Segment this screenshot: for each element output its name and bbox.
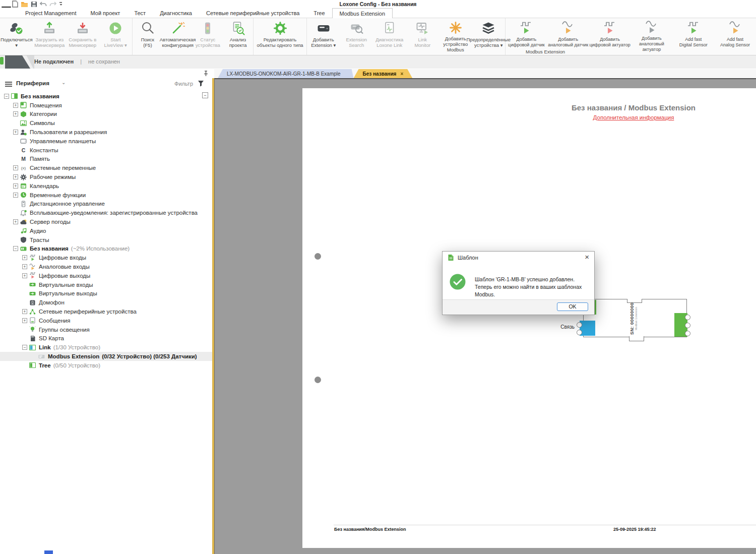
periphery-tree: Без названия Помещения Категории Символы bbox=[0, 92, 212, 370]
tree-item[interactable]: Пользователи и разрешения bbox=[0, 128, 212, 137]
add-analog-actuator-button[interactable]: Добавить аналоговый актуатор bbox=[631, 18, 672, 50]
tree-item[interactable]: Аналоговые входы bbox=[0, 262, 212, 271]
tree-item[interactable]: Аудио bbox=[0, 226, 212, 235]
tree-item[interactable]: Календарь bbox=[0, 181, 212, 191]
tree-item[interactable]: Tree (0/50 Устройство) bbox=[0, 361, 212, 370]
add-digital-actuator-button[interactable]: Добавить цифровой актуатор bbox=[589, 18, 631, 50]
ribbon-group-tools: Поиск (F5)Автоматическая конфигурацияСта… bbox=[133, 18, 254, 55]
search-button[interactable]: Поиск (F5) bbox=[133, 18, 163, 50]
tree-item[interactable]: Домофон bbox=[0, 298, 212, 307]
dialog-close-icon[interactable]: × bbox=[585, 253, 589, 261]
rs485-terminal-block bbox=[674, 313, 687, 337]
document-tab[interactable]: Без названия× bbox=[354, 69, 413, 78]
add-fast-digital-sensor-button[interactable]: Add fast Digital Sensor bbox=[672, 18, 714, 50]
tree-item[interactable]: Временные функции bbox=[0, 191, 212, 200]
close-tab-icon[interactable]: × bbox=[400, 71, 403, 77]
menu-tab[interactable]: Project Management bbox=[18, 8, 84, 18]
loxone-link-diagnostics-button[interactable]: Диагностика Loxone Link bbox=[373, 18, 406, 50]
calendar-icon bbox=[20, 182, 27, 189]
device-status-button[interactable]: Статус устройства bbox=[193, 18, 223, 50]
tree-item[interactable]: Виртуальные выходы bbox=[0, 289, 212, 298]
additional-info-link[interactable]: Дополнительная информация bbox=[593, 114, 674, 120]
tree-item[interactable]: Символы bbox=[0, 118, 212, 128]
connect-button[interactable]: Подключиться ▾ bbox=[0, 18, 33, 50]
panel-menu-icon[interactable] bbox=[5, 81, 12, 88]
expander-icon[interactable] bbox=[13, 130, 18, 135]
tree-item[interactable]: Рабочие режимы bbox=[0, 172, 212, 181]
page-footer-left: Без названия/Modbus Extension bbox=[334, 527, 406, 532]
menu-tab[interactable]: Диагностика bbox=[153, 8, 199, 18]
expander-icon[interactable] bbox=[22, 345, 27, 350]
menu-tab[interactable]: Сетевые периферийные устройства bbox=[199, 8, 306, 18]
expander-icon[interactable] bbox=[22, 264, 27, 269]
project-analysis-button[interactable]: Анализ проекта bbox=[223, 18, 253, 50]
predefined-devices-button[interactable]: Предопределённые устройства ▾ bbox=[472, 18, 506, 50]
expander-icon[interactable] bbox=[22, 273, 27, 278]
tree-item[interactable]: Цифровые выходы bbox=[0, 271, 212, 280]
tree-item[interactable]: M Память bbox=[0, 155, 212, 164]
expander-icon[interactable] bbox=[13, 103, 18, 108]
tree-item[interactable]: Без названия bbox=[0, 92, 212, 101]
expander-icon[interactable] bbox=[13, 219, 18, 224]
ok-button[interactable]: OK bbox=[557, 302, 588, 311]
expander-icon[interactable] bbox=[13, 174, 18, 179]
tree-item[interactable]: Категории bbox=[0, 110, 212, 119]
tree-item[interactable]: Управляемые планшеты bbox=[0, 137, 212, 146]
pin-icon[interactable] bbox=[202, 70, 209, 77]
filter-icon[interactable] bbox=[198, 80, 204, 87]
expander-icon[interactable] bbox=[4, 94, 9, 99]
chevron-down-icon[interactable]: ⌄ bbox=[61, 80, 66, 85]
tree-item[interactable]: Modbus Extension (0/32 Устройство) (0/25… bbox=[0, 352, 212, 361]
dialog-title-bar[interactable]: Шаблон × bbox=[443, 252, 594, 264]
tree-item[interactable]: Группы освещения bbox=[0, 325, 212, 334]
menu-tab[interactable]: Тест bbox=[127, 8, 153, 18]
add-fast-analog-sensor-button[interactable]: Add fast Analog Sensor bbox=[714, 18, 756, 50]
edit-same-type-button[interactable]: Редактировать объекты одного типа bbox=[254, 18, 306, 50]
tree-item[interactable]: Виртуальные входы bbox=[0, 280, 212, 289]
tree-item[interactable]: Без названия (~2% Использование) bbox=[0, 244, 212, 254]
tree-item[interactable]: (x) Системные переменные bbox=[0, 163, 212, 172]
expander-icon[interactable] bbox=[13, 183, 18, 189]
menu-tab[interactable]: Мой проект bbox=[84, 8, 128, 18]
tree-item[interactable]: Дистанционное управление bbox=[0, 200, 212, 209]
expander-icon[interactable] bbox=[13, 246, 18, 251]
extension-search-button[interactable]: Extension Search bbox=[340, 18, 373, 50]
ribbon-group-modbus-extension: Добавить цифровой датчикДобавить аналого… bbox=[506, 18, 756, 55]
status-separator: | bbox=[80, 58, 82, 65]
expander-icon[interactable] bbox=[13, 193, 18, 198]
tree-item[interactable]: Сетевые периферийные устройства bbox=[0, 307, 212, 316]
start-liveview-button[interactable]: Start LiveView ▾ bbox=[99, 18, 133, 50]
tree-item[interactable]: Помещения bbox=[0, 101, 212, 110]
expander-icon[interactable] bbox=[22, 318, 27, 323]
page-marker-dot bbox=[314, 253, 321, 260]
tree-item[interactable]: Сервер погоды bbox=[0, 217, 212, 226]
tree-item[interactable]: Сообщения bbox=[0, 316, 212, 325]
tree-item[interactable]: Всплывающие-уведомления: зарегистрирован… bbox=[0, 208, 212, 217]
add-extension-button[interactable]: Добавить Extension ▾ bbox=[307, 18, 340, 50]
link-monitor-button[interactable]: Link Monitor bbox=[406, 18, 439, 50]
expander-icon[interactable] bbox=[22, 255, 27, 260]
dsensor-icon bbox=[519, 21, 533, 36]
add-analog-sensor-button[interactable]: Добавить аналоговый датчик bbox=[547, 18, 589, 50]
tree-item[interactable]: SD Карта bbox=[0, 334, 212, 343]
expander-icon[interactable] bbox=[13, 111, 18, 116]
add-digital-sensor-button[interactable]: Добавить цифровой датчик bbox=[506, 18, 547, 50]
panel-header: Периферия ⌄ Фильтр bbox=[0, 78, 212, 91]
tree-item[interactable]: Цифровые входы bbox=[0, 253, 212, 262]
expander-icon[interactable] bbox=[13, 165, 18, 170]
modbusstar-icon bbox=[449, 21, 463, 35]
expander-icon[interactable] bbox=[22, 309, 27, 314]
tree-item[interactable]: Link (1/30 Устройство) bbox=[0, 343, 212, 352]
menu-tab[interactable]: Modbus Extension bbox=[332, 8, 393, 18]
tree-item[interactable]: Трасты bbox=[0, 235, 212, 244]
diaglink-icon bbox=[383, 21, 397, 36]
load-from-miniserver-button[interactable]: Загрузить из Минисервера bbox=[33, 18, 67, 50]
tree-item[interactable]: C Константы bbox=[0, 146, 212, 155]
save-to-miniserver-button[interactable]: Сохранить в Минисервер bbox=[66, 18, 99, 50]
auto-config-button[interactable]: Автоматическая конфигурация bbox=[163, 18, 193, 50]
savems-icon bbox=[76, 21, 90, 36]
page-title: Без названия / Modbus Extension bbox=[302, 103, 756, 112]
connection-status-bar: Не подключен | не сохранен bbox=[0, 55, 756, 69]
menu-tab[interactable]: Tree bbox=[306, 8, 332, 18]
document-tab[interactable]: LX-MODBUS-ONOKOM-AIR-GR-1-MB-B Example bbox=[218, 69, 354, 78]
